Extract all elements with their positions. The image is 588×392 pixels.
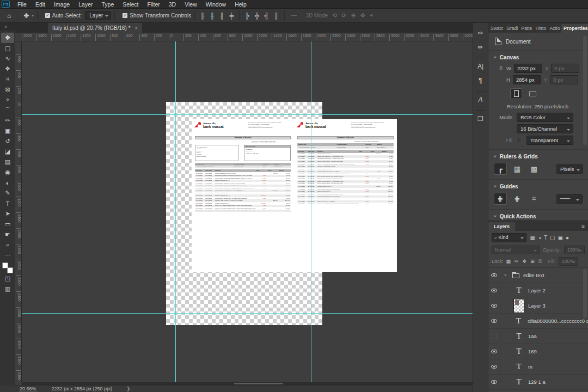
fill-dropdown[interactable]: Transparent <box>526 136 573 145</box>
guide-line[interactable] <box>22 114 473 115</box>
orientation-portrait-button[interactable] <box>510 88 522 99</box>
distribute-top-icon[interactable]: ╠ <box>245 13 249 19</box>
filter-pixel-icon[interactable]: ▦ <box>529 235 536 241</box>
color-swatches[interactable] <box>2 262 13 273</box>
distribute-bottom-icon[interactable]: ╣ <box>265 13 269 19</box>
healing-brush-tool[interactable]: ⌒ <box>1 105 14 115</box>
move-tool[interactable]: ✥ <box>1 33 14 43</box>
link-dimensions-icon[interactable]: 8 <box>498 65 504 71</box>
brushes-icon[interactable]: ✏ <box>475 41 487 53</box>
tab-gradi[interactable]: Gradi <box>504 24 519 33</box>
color-mode-dropdown[interactable]: RGB Color <box>517 113 573 122</box>
visibility-toggle[interactable] <box>488 359 500 375</box>
lock-transparent-icon[interactable]: ▦ <box>506 259 511 265</box>
layer-row[interactable]: T129 1 a <box>488 375 588 390</box>
show-transform-checkbox[interactable]: ✓ <box>122 13 127 18</box>
ruler-units-dropdown[interactable]: Pixels <box>556 164 583 174</box>
more-options-icon[interactable]: ⋯ <box>288 12 301 19</box>
guides-section-header[interactable]: ˅ Guides <box>488 180 588 192</box>
menu-select[interactable]: Select <box>118 1 143 8</box>
auto-select-target-dropdown[interactable]: Layer <box>85 11 111 20</box>
toggle-rulers-icon[interactable]: ┏ <box>494 163 507 175</box>
home-icon[interactable]: ⌂ <box>4 12 14 20</box>
guide-line[interactable] <box>22 313 473 314</box>
guide-line[interactable] <box>175 41 176 382</box>
distribute-center-icon[interactable]: ╬ <box>255 13 259 19</box>
menu-image[interactable]: Image <box>50 1 74 8</box>
menu-file[interactable]: File <box>13 1 31 8</box>
crop-tool[interactable]: ⌗ <box>1 74 14 84</box>
align-right-icon[interactable]: ╢ <box>220 13 224 19</box>
canvas-section-header[interactable]: ˅ Canvas <box>488 51 588 63</box>
menu-help[interactable]: Help <box>230 1 251 8</box>
zoom-level-field[interactable]: 20.66% <box>19 386 38 392</box>
guide-line[interactable] <box>311 41 311 382</box>
filter-type-icon[interactable]: T <box>543 235 549 241</box>
properties-scrollbar[interactable] <box>583 36 587 145</box>
quick-actions-section-header[interactable]: ˅ Quick Actions <box>488 210 588 221</box>
object-selection-tool[interactable]: ❖ <box>1 64 14 74</box>
layer-row[interactable]: TLayer 2 <box>488 283 588 298</box>
lock-all-icon[interactable]: ⚿ <box>538 259 542 265</box>
collapse-left-dock-icon[interactable]: » <box>4 24 7 29</box>
screen-mode-button[interactable]: ▥ <box>1 284 14 294</box>
tab-layers[interactable]: Layers <box>488 222 515 231</box>
brush-tool[interactable]: ✏ <box>1 115 14 126</box>
clear-guides-icon[interactable]: ⌗ <box>528 193 541 205</box>
frame-tool[interactable]: ⊠ <box>1 84 14 95</box>
lock-guides-icon[interactable]: ⋕ <box>511 193 524 205</box>
align-middle-icon[interactable]: ╪ <box>230 13 234 19</box>
visibility-toggle[interactable] <box>488 268 500 283</box>
lasso-tool[interactable]: ∿ <box>1 53 14 64</box>
visibility-toggle[interactable] <box>488 375 500 390</box>
edit-toolbar[interactable]: ⋯ <box>1 250 14 260</box>
layer-row[interactable]: T169 <box>488 344 588 359</box>
panel-menu-icon[interactable]: ≡ <box>581 25 585 31</box>
lock-position-icon[interactable]: ✥ <box>523 259 527 265</box>
type-tool[interactable]: T <box>1 198 14 209</box>
guide-style-dropdown[interactable]: ━━━━━ <box>556 194 583 204</box>
height-field[interactable]: 2854 px <box>513 75 541 84</box>
lock-artboard-icon[interactable]: ⊞ <box>530 259 535 265</box>
zoom-tool[interactable]: ⌕ <box>1 240 14 250</box>
filter-smart-icon[interactable]: ▣ <box>556 235 564 241</box>
fill-checkbox[interactable] <box>517 138 522 143</box>
distribute-gap-icon[interactable]: ║ <box>274 13 279 19</box>
filter-shape-icon[interactable]: ▢ <box>549 235 556 241</box>
filter-adjustment-icon[interactable]: ◑ <box>536 235 542 241</box>
layers-menu-icon[interactable]: ≡ <box>581 223 585 229</box>
document-tab[interactable]: Italy id.psd @ 20.7% (RGB/16) * × <box>48 23 142 33</box>
rulers-grids-section-header[interactable]: ˅ Rulers & Grids <box>488 150 588 162</box>
group-expand-chevron-icon[interactable]: ˅ <box>504 273 509 278</box>
history-brush-tool[interactable]: ↺ <box>1 136 14 146</box>
orientation-landscape-button[interactable] <box>526 88 538 99</box>
eraser-tool[interactable]: ◪ <box>1 146 14 157</box>
menu-3d[interactable]: 3D <box>164 1 180 8</box>
status-chevron-icon[interactable]: ❯ <box>126 386 131 391</box>
quick-mask-button[interactable]: ◳ <box>1 273 14 284</box>
menu-view[interactable]: View <box>180 1 201 8</box>
chevron-down-icon[interactable]: ▾ <box>32 14 34 18</box>
paragraph-panel-icon[interactable]: ¶ <box>475 75 487 87</box>
dodge-tool[interactable]: ◐ <box>1 177 14 188</box>
pen-tool[interactable]: ✎ <box>1 188 14 198</box>
brush-settings-icon[interactable]: ✑ <box>475 27 487 39</box>
layer-row[interactable]: Tm <box>488 359 588 375</box>
layer-row[interactable]: T01.01.1990 <box>488 390 588 392</box>
width-field[interactable]: 2232 px <box>514 64 542 73</box>
align-left-icon[interactable]: ╟ <box>200 13 205 19</box>
tab-histo[interactable]: Histo <box>534 24 548 33</box>
layer-row[interactable]: Tcilta0000000...cccccccc0 d <box>488 314 588 329</box>
horizontal-ruler[interactable]: 2000180016001400120010008006004002000200… <box>15 33 473 41</box>
blur-tool[interactable]: ◉ <box>1 167 14 177</box>
auto-select-checkbox[interactable]: ✓ <box>45 13 50 18</box>
3d-orbit-icon[interactable]: ⟲ <box>332 12 337 19</box>
tab-patte[interactable]: Patte <box>519 24 533 33</box>
3d-panel-icon[interactable]: ❒ <box>475 113 487 125</box>
visibility-toggle[interactable] <box>488 329 500 344</box>
visibility-toggle[interactable] <box>488 390 500 392</box>
menu-edit[interactable]: Edit <box>31 1 50 8</box>
character-panel-icon[interactable]: A| <box>475 60 487 72</box>
shape-tool[interactable]: ▭ <box>1 219 14 229</box>
layer-row[interactable]: Layer 3 <box>488 298 588 314</box>
